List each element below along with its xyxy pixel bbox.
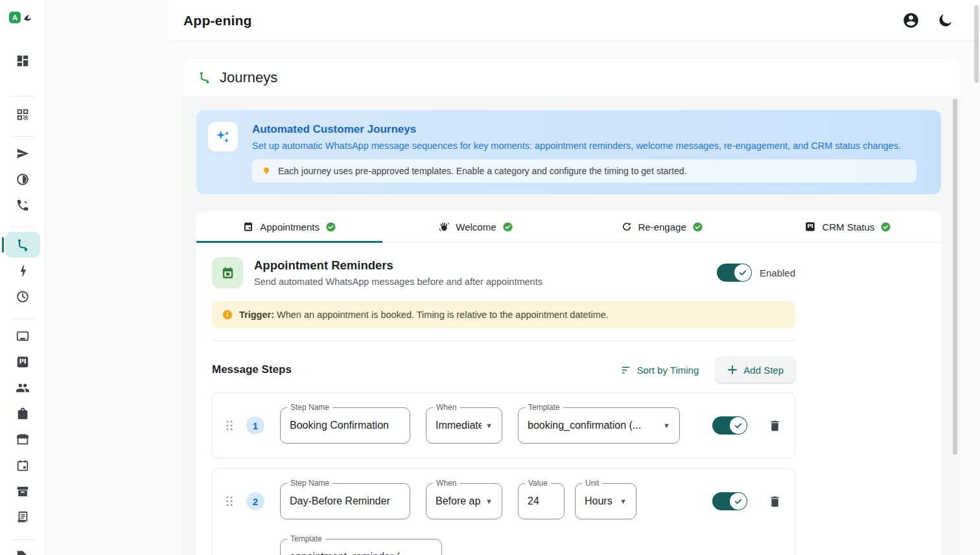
sidebar-item-send[interactable] [8,144,37,163]
value-input[interactable]: Value 24 [518,483,565,519]
tab-label: Welcome [456,221,496,232]
content-gap [45,0,169,555]
sidebar-divider [11,319,34,319]
sidebar-divider [11,136,34,137]
trigger-text: When an appointment is booked. Timing is… [277,310,609,320]
step-name-input[interactable]: Step Name Day-Before Reminder [280,483,410,519]
sidebar-item-automations[interactable] [8,262,37,280]
sidebar-item-calendar[interactable] [8,457,37,475]
delete-icon[interactable] [768,495,782,508]
tab-re-engage[interactable]: Re-engage [569,211,755,242]
sidebar-divider [11,539,34,540]
divider [212,341,795,341]
journeys-card-header: Journeys [183,58,960,97]
step-enabled-toggle[interactable] [712,416,747,435]
panel-body: Appointment Reminders Send automated Wha… [196,243,941,555]
sidebar-divider [11,96,34,96]
sidebar-item-calls[interactable] [8,196,37,214]
check-badge-icon [692,221,703,232]
sidebar-item-devices[interactable] [8,327,37,345]
tab-label: CRM Status [822,221,874,232]
card-scrollbar-thumb[interactable] [953,98,957,455]
qr-code-icon [16,108,30,122]
info-icon [222,310,233,320]
plus-icon [727,365,738,375]
receipt-icon [16,510,30,525]
field-label: When [433,403,460,412]
field-label: Step Name [287,479,332,488]
window-scrollbar-thumb[interactable] [974,5,979,83]
account-icon[interactable] [902,12,920,29]
tab-crm-status[interactable]: CRM Status [755,211,941,242]
sidebar-item-journeys-active[interactable] [5,232,40,258]
section-subtitle: Send automated WhatsApp messages before … [254,277,542,287]
field-label: When [433,479,460,488]
step-enabled-toggle[interactable] [712,492,747,510]
banner-title: Automated Customer Journeys [252,123,916,136]
template-select[interactable]: Template appointment_reminder (... ▼ [280,539,442,555]
sidebar-item-store[interactable] [8,431,37,449]
sidebar-item-dashboard[interactable] [8,52,37,70]
step-row-line: 1 Step Name Booking Confirmation When [226,407,782,444]
sidebar-item-kanban[interactable] [8,353,37,371]
field-value: Before ap... [436,495,482,507]
tab-appointments[interactable]: Appointments [196,211,382,242]
tab-label: Appointments [260,221,320,232]
enabled-toggle[interactable] [717,264,752,282]
sparkles-icon [215,128,231,145]
sidebar-divider [11,227,34,227]
steps-heading: Message Steps [212,363,292,376]
add-step-label: Add Step [743,365,784,376]
tab-welcome[interactable]: Welcome [382,211,568,242]
banner-description: Set up automatic WhatsApp message sequen… [252,141,916,151]
toggle-knob [730,417,747,434]
toggle-knob [734,264,751,281]
field-label: Step Name [287,403,332,412]
unit-select[interactable]: Unit Hours ▼ [575,483,636,519]
sidebar-item-orders[interactable] [8,405,37,423]
sidebar-item-contacts[interactable] [8,379,37,397]
contacts-icon [16,381,30,395]
phone-icon [16,198,30,212]
when-select[interactable]: When Before ap... ▼ [426,483,502,519]
step-row-line: 2 Step Name Day-Before Reminder When [226,483,782,519]
step-row-actions [712,416,782,435]
sidebar-item-archive[interactable] [8,482,37,501]
journeys-route-icon [16,238,30,252]
trigger-banner: Trigger: When an appointment is booked. … [212,301,795,328]
sidebar-item-tags[interactable] [8,547,37,555]
tab-label: Re-engage [638,221,686,232]
page-area: Journeys Automated Customer Journeys Set… [169,41,980,555]
chevron-down-icon: ▼ [482,497,493,505]
field-value: Booking Confirmation [290,420,389,431]
field-label: Template [287,534,325,543]
add-step-button[interactable]: Add Step [716,357,795,383]
sort-by-timing-button[interactable]: Sort by Timing [620,365,699,376]
steps-header: Message Steps Sort by Timing Add Step [212,357,795,383]
sidebar-item-billing[interactable] [8,508,37,527]
drag-handle-icon[interactable] [226,420,233,431]
chevron-down-icon: ▼ [482,422,493,429]
field-label: Value [525,479,551,488]
app-root: A [0,0,980,555]
step-row-1: 1 Step Name Booking Confirmation When [212,392,795,459]
step-name-input[interactable]: Step Name Booking Confirmation [280,407,410,444]
sidebar-item-qr[interactable] [8,106,37,124]
template-select[interactable]: Template booking_confirmation (... ▼ [518,407,680,444]
when-select[interactable]: When Immediately ▼ [426,407,502,444]
sparkles-icon-box [208,122,238,152]
drag-handle-icon[interactable] [226,495,233,507]
sidebar-item-contrast[interactable] [8,170,37,188]
trigger-label: Trigger: [239,310,274,320]
step-number-badge: 2 [246,492,264,510]
check-badge-icon [502,221,513,232]
archive-icon [16,484,30,499]
active-tab-underline [196,241,382,243]
journeys-scroll-area: Automated Customer Journeys Set up autom… [183,97,960,555]
dark-mode-moon-icon[interactable] [937,12,954,29]
lightbulb-icon [261,166,272,176]
banner-tip: Each journey uses pre-approved templates… [252,159,916,183]
sidebar-item-history[interactable] [8,288,37,306]
delete-icon[interactable] [768,419,782,433]
check-icon [734,497,743,506]
